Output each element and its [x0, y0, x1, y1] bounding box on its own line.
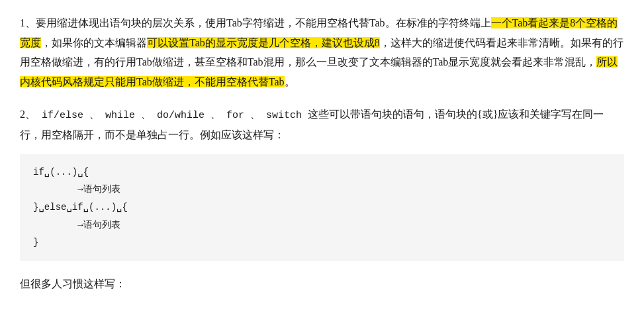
section-2-prefix: 2、	[20, 109, 36, 120]
section-3-content: 但很多人习惯这样写：	[20, 278, 126, 289]
highlight-tab-setting: 可以设置Tab的显示宽度是几个空格，建议也设成8	[147, 37, 380, 48]
code-example-1: if␣(...)␣{ →语句列表 }␣else␣if␣(...)␣{ →语句列表…	[20, 154, 624, 261]
section-2-paragraph: 2、 if/else 、 while 、 do/while 、 for 、 sw…	[20, 105, 624, 260]
section-1-suffix: 。	[285, 76, 295, 87]
section-1-paragraph: 1、要用缩进体现出语句块的层次关系，使用Tab字符缩进，不能用空格代替Tab。在…	[20, 13, 624, 91]
main-content: 1、要用缩进体现出语句块的层次关系，使用Tab字符缩进，不能用空格代替Tab。在…	[20, 13, 624, 293]
section-3-text: 但很多人习惯这样写：	[20, 274, 624, 294]
section-1-prefix: 1、要用缩进体现出语句块的层次关系，使用Tab字符缩进，不能用空格代替Tab。在…	[20, 17, 491, 28]
section-2-keywords: if/else 、 while 、 do/while 、 for 、 switc…	[36, 110, 308, 121]
section-1-mid1: ，如果你的文本编辑器	[41, 37, 147, 48]
section-1-text: 1、要用缩进体现出语句块的层次关系，使用Tab字符缩进，不能用空格代替Tab。在…	[20, 13, 624, 91]
section-2-text: 2、 if/else 、 while 、 do/while 、 for 、 sw…	[20, 105, 624, 144]
section-3-paragraph: 但很多人习惯这样写：	[20, 274, 624, 294]
